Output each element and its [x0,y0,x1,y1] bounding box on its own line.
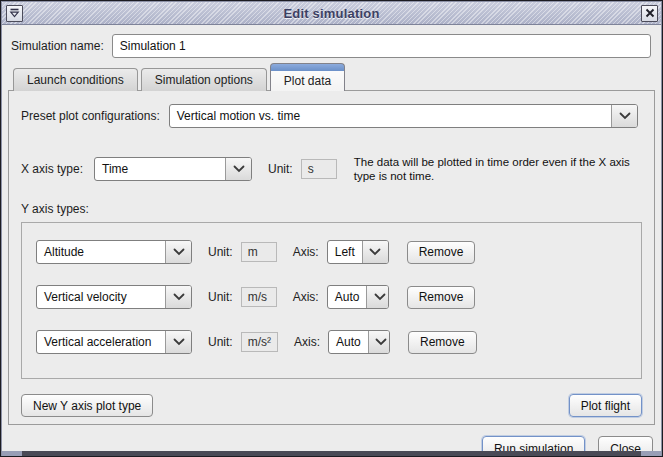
y-unit-value: m/s² [241,332,278,352]
resize-corner-left[interactable] [2,451,22,456]
axis-value: Left [328,241,362,263]
axis-combobox[interactable]: Auto [328,330,390,354]
tab-label: Simulation options [155,73,253,87]
preset-label: Preset plot configurations: [21,109,160,123]
tab-bar: Launch conditions Simulation options Plo… [13,63,662,91]
y-unit-value: m/s [241,287,277,307]
new-y-axis-plot-type-button[interactable]: New Y axis plot type [21,394,153,417]
chevron-down-icon [368,331,390,353]
y-axis-types-label: Y axis types: [21,202,654,216]
tab-label: Plot data [284,74,331,88]
window-menu-icon [9,8,20,18]
axis-value: Auto [329,331,368,353]
y-type-combobox[interactable]: Altitude [36,240,192,264]
x-unit-label: Unit: [268,162,293,176]
x-axis-note: The data will be plotted in time order e… [354,155,636,183]
titlebar: Edit simulation [2,2,661,25]
y-type-combobox[interactable]: Vertical acceleration [36,330,192,354]
axis-value: Auto [328,286,367,308]
axis-label: Axis: [294,335,320,349]
y-unit-label: Unit: [208,335,233,349]
tab-plot-data[interactable]: Plot data [270,63,345,91]
edit-simulation-dialog: Edit simulation Simulation name: Launch … [0,0,663,457]
chevron-down-icon [165,286,191,308]
y-type-value: Altitude [37,241,165,263]
window-bottom-border [2,451,661,456]
axis-combobox[interactable]: Auto [327,285,389,309]
axis-label: Axis: [293,290,319,304]
chevron-down-icon [225,158,251,180]
remove-button[interactable]: Remove [408,331,477,354]
preset-row: Preset plot configurations: Vertical mot… [21,104,638,128]
tab-label: Launch conditions [27,73,124,87]
y-type-value: Vertical acceleration [37,331,165,353]
x-axis-value: Time [95,158,225,180]
close-window-button[interactable] [641,5,658,22]
tab-launch-conditions[interactable]: Launch conditions [13,68,138,91]
simulation-name-row: Simulation name: [11,34,651,58]
preset-combobox[interactable]: Vertical motion vs. time [169,104,638,128]
preset-value: Vertical motion vs. time [170,105,611,127]
chevron-down-icon [165,241,191,263]
x-axis-row: X axis type: Time Unit: s The data will … [21,155,640,183]
chevron-down-icon [611,105,637,127]
y-type-combobox[interactable]: Vertical velocity [36,285,192,309]
y-axis-row-3: Vertical acceleration Unit: m/s² Axis: A… [36,330,641,354]
chevron-down-icon [366,286,388,308]
plot-flight-button[interactable]: Plot flight [569,394,642,417]
remove-button[interactable]: Remove [407,286,476,309]
chevron-down-icon [362,241,388,263]
close-icon [645,8,655,18]
x-unit-value: s [301,159,337,179]
resize-corner-right[interactable] [641,451,661,456]
tab-simulation-options[interactable]: Simulation options [141,68,267,91]
chevron-down-icon [165,331,191,353]
panel-bottom-row: New Y axis plot type Plot flight [21,394,642,424]
x-axis-label: X axis type: [21,162,83,176]
remove-button[interactable]: Remove [407,241,476,264]
window-menu-button[interactable] [6,5,23,22]
x-axis-combobox[interactable]: Time [94,157,252,181]
y-unit-value: m [241,242,277,262]
plot-data-panel: Preset plot configurations: Vertical mot… [8,90,655,425]
window-title: Edit simulation [2,6,661,21]
y-axis-types-box: Altitude Unit: m Axis: Left Remove [21,222,642,379]
axis-combobox[interactable]: Left [327,240,389,264]
y-axis-row-1: Altitude Unit: m Axis: Left Remove [36,240,641,264]
simulation-name-label: Simulation name: [11,39,104,53]
y-unit-label: Unit: [208,290,233,304]
y-unit-label: Unit: [208,245,233,259]
axis-label: Axis: [293,245,319,259]
simulation-name-input[interactable] [112,34,651,58]
y-axis-row-2: Vertical velocity Unit: m/s Axis: Auto R… [36,285,641,309]
y-type-value: Vertical velocity [37,286,165,308]
